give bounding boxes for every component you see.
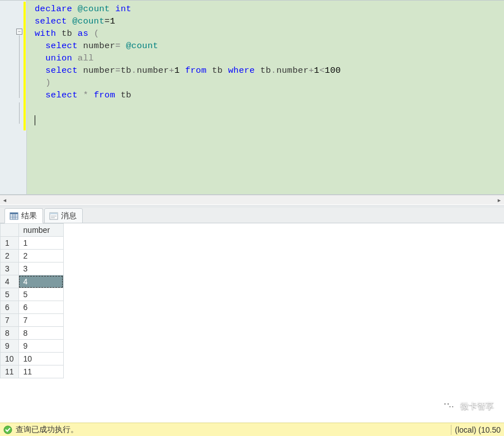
cell-value[interactable]: 3 [18, 262, 63, 275]
table-row[interactable]: 55 [1, 288, 64, 301]
tab-messages-label: 消息 [61, 211, 77, 221]
table-row[interactable]: 22 [1, 250, 64, 262]
grid-icon [10, 212, 18, 221]
row-number[interactable]: 9 [1, 340, 19, 353]
fold-line [19, 102, 20, 124]
tab-messages[interactable]: 消息 [44, 208, 83, 223]
code-text-area[interactable]: declare @count int select @count=1 with … [27, 1, 504, 194]
status-bar: 查询已成功执行。 (local) (10.50 [0, 423, 504, 436]
svg-point-12 [448, 404, 456, 410]
table-row[interactable]: 99 [1, 340, 64, 353]
row-number[interactable]: 6 [1, 301, 19, 314]
wechat-watermark: 微卡智享 [441, 400, 494, 412]
row-number[interactable]: 8 [1, 327, 19, 340]
row-number[interactable]: 1 [1, 237, 19, 250]
table-row[interactable]: 77 [1, 314, 64, 327]
wechat-icon [441, 400, 456, 412]
row-number[interactable]: 4 [1, 275, 19, 288]
messages-icon [49, 212, 58, 221]
svg-point-14 [448, 404, 449, 405]
cell-value[interactable]: 11 [18, 365, 63, 378]
tab-results[interactable]: 结果 [4, 208, 43, 223]
svg-rect-1 [10, 213, 18, 214]
results-pane[interactable]: number11223344556677889910101111 [0, 223, 504, 423]
cell-value[interactable]: 5 [18, 288, 63, 301]
success-icon [3, 425, 12, 434]
svg-rect-7 [50, 213, 58, 214]
row-number[interactable]: 11 [1, 365, 19, 378]
fold-line [19, 35, 20, 98]
status-connection: (local) (10.50 [455, 425, 501, 434]
row-number[interactable]: 2 [1, 250, 19, 262]
status-right-group: (local) (10.50 [448, 425, 501, 435]
scroll-left-arrow[interactable]: ◄ [0, 195, 10, 205]
editor-gutter: − [0, 1, 27, 194]
results-grid[interactable]: number11223344556677889910101111 [0, 223, 64, 378]
cell-value[interactable]: 6 [18, 301, 63, 314]
status-separator [451, 425, 451, 435]
status-message: 查询已成功执行。 [16, 425, 78, 435]
change-marker [23, 2, 26, 130]
table-row[interactable]: 1111 [1, 365, 64, 378]
row-number[interactable]: 10 [1, 353, 19, 365]
row-number[interactable]: 3 [1, 262, 19, 275]
watermark-label: 微卡智享 [460, 401, 494, 411]
svg-point-15 [450, 406, 451, 407]
cell-value[interactable]: 4 [18, 275, 63, 288]
row-number[interactable]: 7 [1, 314, 19, 327]
table-row[interactable]: 66 [1, 301, 64, 314]
table-row[interactable]: 44 [1, 275, 64, 288]
table-row[interactable]: 33 [1, 262, 64, 275]
cell-value[interactable]: 10 [18, 353, 63, 365]
results-tabstrip: 结果 消息 [0, 208, 504, 223]
svg-point-16 [452, 406, 453, 407]
editor-horizontal-scrollbar[interactable]: ◄ ► [0, 195, 504, 204]
column-header[interactable]: number [18, 224, 63, 237]
tab-results-label: 结果 [21, 211, 37, 221]
scroll-right-arrow[interactable]: ► [494, 195, 504, 205]
cell-value[interactable]: 7 [18, 314, 63, 327]
fold-toggle[interactable]: − [16, 29, 22, 35]
cell-value[interactable]: 2 [18, 250, 63, 262]
cell-value[interactable]: 8 [18, 327, 63, 340]
cell-value[interactable]: 9 [18, 340, 63, 353]
table-row[interactable]: 88 [1, 327, 64, 340]
cell-value[interactable]: 1 [18, 237, 63, 250]
row-number[interactable]: 5 [1, 288, 19, 301]
svg-point-13 [444, 404, 445, 405]
table-row[interactable]: 11 [1, 237, 64, 250]
table-row[interactable]: 1010 [1, 353, 64, 365]
sql-editor-pane[interactable]: − declare @count int select @count=1 wit… [0, 0, 504, 195]
